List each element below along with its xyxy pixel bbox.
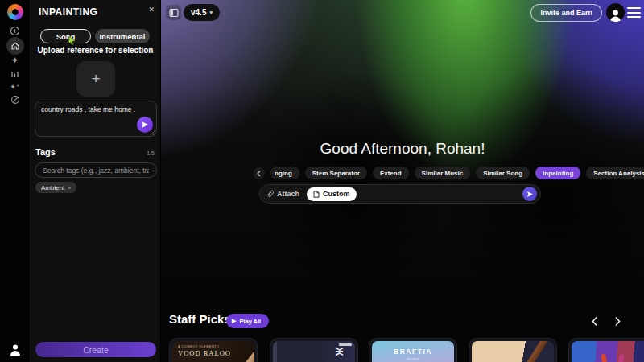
hamburger-menu-icon[interactable] [627,7,641,18]
chip-inpainting[interactable]: Inpainting [535,167,580,179]
album-art: BRAFTIA by ami b [372,341,454,362]
card-glyph: Ж [334,348,345,356]
close-icon[interactable]: ✕ [148,6,155,14]
guitar-neck-graphic [232,341,254,362]
tags-title: Tags [35,147,56,157]
chip-section-analysis[interactable]: Section Analysis [586,167,644,179]
staff-pick-card[interactable]: A COWBOY ELEMENTO VOOD RALOO [169,338,258,362]
staff-pick-card[interactable] [469,338,557,362]
invite-and-earn-button[interactable]: Invite and Earn [530,4,602,22]
app-logo-icon[interactable] [7,4,23,20]
album-art: PN [572,341,644,362]
feature-chip-row: ‹ nging Stem Separator Extend Similar Mu… [253,167,644,179]
panel-toggle-icon [169,8,179,18]
tab-song[interactable]: Song [40,29,91,43]
figure-graphic [601,354,608,362]
panel-title: INPAINTING [39,6,97,18]
guitar-neck-graphic [518,341,549,362]
send-icon [526,191,534,198]
attach-button[interactable]: Attach [266,190,299,198]
chip-partial[interactable]: nging [270,167,299,179]
staff-pick-card[interactable]: Ж [270,338,358,362]
icon-rail: ✦ ✦⁺ [0,0,31,362]
card-title: BRAFTIA [372,348,454,356]
inpainting-panel: INPAINTING ✕ Song Instrumental Upload re… [31,0,161,362]
custom-label: Custom [323,190,350,198]
create-button[interactable]: Create [35,342,156,357]
play-icon: ▶ [232,318,236,324]
send-icon [141,121,149,129]
card-corner-mark [339,343,352,346]
carousel-next-button[interactable] [611,315,624,327]
tag-chip-ambient[interactable]: Ambient × [35,182,76,193]
play-all-button[interactable]: ▶ Play All [226,314,269,328]
user-avatar-icon[interactable] [8,343,22,356]
main-area: v4.5 ▾ Invite and Earn Good Afternoon, R… [161,0,644,362]
chip-similar-song[interactable]: Similar Song [476,167,530,179]
greeting-text: Good Afternoon, Rohan! [161,140,644,158]
document-icon [313,191,320,198]
composer-input[interactable] [357,190,522,198]
card-small-text: A COWBOY ELEMENTO [178,344,220,348]
figure-graphic [617,354,625,362]
staff-picks-title: Staff Picks [169,312,231,326]
tab-instrumental[interactable]: Instrumental [95,29,150,43]
attach-label: Attach [277,190,299,198]
explore-icon[interactable] [6,91,24,109]
upload-dropzone[interactable]: + [76,61,115,97]
carousel-prev-button[interactable] [588,315,601,327]
tags-count: 1/5 [147,150,155,156]
upload-label: Upload reference for selection [31,46,160,55]
album-art [472,341,554,362]
chip-extend[interactable]: Extend [373,167,409,179]
plus-icon: + [91,70,100,88]
chevron-right-icon [614,316,621,327]
chevron-left-icon[interactable]: ‹ [253,167,265,179]
card-subtitle: by ami b [372,356,454,360]
sidebar-toggle-button[interactable] [166,5,181,20]
model-version-dropdown[interactable]: v4.5 ▾ [184,4,220,21]
prompt-composer-bar[interactable]: Attach Custom [259,184,541,204]
tag-chip-label: Ambient [41,184,64,191]
chevron-left-icon [591,316,598,327]
remove-tag-icon[interactable]: × [68,185,71,191]
album-art: A COWBOY ELEMENTO VOOD RALOO [172,341,254,362]
chip-stem-separator[interactable]: Stem Separator [305,167,367,179]
chevron-down-icon: ▾ [209,10,213,16]
paperclip-icon [266,190,274,198]
staff-pick-card[interactable]: PN [568,338,644,362]
card-title: VOOD RALOO [178,349,231,357]
model-version-label: v4.5 [191,8,206,17]
play-all-label: Play All [239,318,261,325]
chip-similar-music[interactable]: Similar Music [415,167,471,179]
album-art: Ж [273,341,355,362]
profile-avatar[interactable] [606,3,625,22]
composer-send-button[interactable] [522,187,537,201]
resize-grip[interactable] [150,130,155,135]
person-icon [608,8,623,22]
tags-search-input[interactable] [35,162,157,178]
custom-button[interactable]: Custom [307,187,357,201]
staff-pick-card[interactable]: BRAFTIA by ami b [369,338,457,362]
app-window: ✦ ✦⁺ INPAINTING ✕ Song Instrumental Uplo… [0,0,644,362]
cursor-icon [68,36,76,45]
